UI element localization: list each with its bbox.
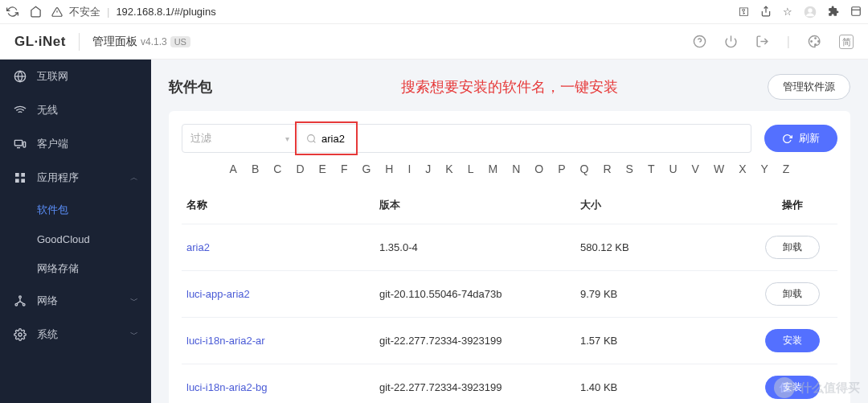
sidebar-item-apps[interactable]: 应用程序︿ — [0, 161, 151, 195]
alpha-letter[interactable]: W — [714, 162, 724, 175]
sidebar-item-label: 系统 — [37, 327, 130, 342]
panel-title: 管理面板 — [92, 35, 137, 49]
insecure-label[interactable]: 不安全 — [69, 5, 100, 19]
col-action: 操作 — [752, 198, 833, 212]
chevron-up-icon: ︿ — [130, 172, 138, 183]
install-button[interactable]: 安装 — [765, 329, 820, 352]
alpha-letter[interactable]: F — [341, 162, 348, 175]
power-icon[interactable] — [724, 35, 738, 48]
alpha-letter[interactable]: G — [362, 162, 371, 175]
theme-icon[interactable] — [808, 35, 821, 48]
svg-rect-19 — [23, 142, 26, 147]
sidebar-item-wifi[interactable]: 无线 — [0, 93, 151, 127]
alpha-letter[interactable]: M — [489, 162, 498, 175]
content-header: 软件包 搜索想要安装的软件名，一键安装 管理软件源 — [169, 74, 850, 100]
region-badge: US — [170, 36, 190, 47]
package-size: 1.40 KB — [580, 381, 741, 393]
chevron-down-icon: ﹀ — [130, 295, 138, 306]
alpha-letter[interactable]: Z — [783, 162, 790, 175]
alpha-letter[interactable]: D — [296, 162, 304, 175]
table-row: luci-i18n-aria2-ar git-22.277.72334-3923… — [182, 318, 837, 364]
alpha-letter[interactable]: P — [558, 162, 565, 175]
bookmarks-bar-icon[interactable] — [850, 6, 862, 19]
url-sep: | — [107, 6, 109, 18]
refresh-button[interactable]: 刷新 — [764, 125, 837, 152]
insecure-icon[interactable] — [51, 6, 63, 18]
alpha-letter[interactable]: V — [692, 162, 699, 175]
reload-icon[interactable] — [6, 6, 18, 18]
alpha-letter[interactable]: N — [512, 162, 520, 175]
profile-icon[interactable] — [804, 6, 817, 19]
sidebar-subitem[interactable]: 软件包 — [0, 195, 151, 225]
watermark-badge: 值 — [774, 377, 795, 398]
package-link[interactable]: aria2 — [186, 241, 210, 253]
package-table: 名称 版本 大小 操作 aria2 1.35.0-4 580.12 KB 卸载 … — [182, 187, 837, 403]
sidebar-subitem[interactable]: 网络存储 — [0, 253, 151, 284]
package-version: git-22.277.72334-3923199 — [379, 381, 580, 393]
alpha-letter[interactable]: O — [534, 162, 543, 175]
svg-rect-23 — [15, 179, 19, 183]
svg-point-27 — [23, 303, 25, 306]
extensions-icon[interactable] — [828, 6, 839, 19]
sidebar-item-network[interactable]: 网络﹀ — [0, 284, 151, 318]
svg-rect-24 — [21, 179, 25, 183]
watermark: 值 什么值得买 — [774, 377, 860, 398]
key-icon[interactable]: ⚿ — [739, 6, 749, 19]
package-size: 580.12 KB — [580, 241, 741, 253]
svg-rect-21 — [15, 173, 19, 177]
network-icon — [13, 294, 27, 307]
alpha-letter[interactable]: I — [407, 162, 411, 175]
svg-rect-22 — [21, 173, 25, 177]
alpha-letter[interactable]: A — [230, 162, 237, 175]
home-icon[interactable] — [30, 6, 42, 18]
alpha-letter[interactable]: Q — [580, 162, 589, 175]
star-icon[interactable]: ☆ — [783, 6, 792, 19]
package-link[interactable]: luci-i18n-aria2-ar — [186, 335, 265, 347]
filter-dropdown[interactable]: 过滤 ▾ — [182, 124, 298, 153]
browser-toolbar: 不安全 | 192.168.8.1/#/plugins ⚿ ☆ — [0, 0, 868, 24]
sidebar-item-label: 无线 — [37, 103, 138, 117]
url-text[interactable]: 192.168.8.1/#/plugins — [116, 6, 215, 18]
alpha-letter[interactable]: U — [669, 162, 677, 175]
sidebar-item-devices[interactable]: 客户端 — [0, 127, 151, 161]
alpha-letter[interactable]: K — [445, 162, 452, 175]
separator — [79, 33, 80, 51]
package-version: 1.35.0-4 — [379, 241, 580, 253]
col-size: 大小 — [580, 198, 741, 212]
alpha-letter[interactable]: J — [425, 162, 431, 175]
svg-point-26 — [15, 303, 18, 306]
manage-sources-button[interactable]: 管理软件源 — [768, 74, 850, 100]
alpha-letter[interactable]: H — [385, 162, 393, 175]
sidebar-item-globe[interactable]: 互联网 — [0, 60, 151, 93]
sidebar-item-gear[interactable]: 系统﹀ — [0, 318, 151, 352]
alpha-letter[interactable]: T — [648, 162, 655, 175]
packages-card: 过滤 ▾ 刷新 ABCDEFGHIJKLMNOPQRSTUVWXYZ — [169, 111, 850, 403]
alpha-letter[interactable]: S — [626, 162, 633, 175]
uninstall-button[interactable]: 卸载 — [765, 282, 820, 306]
refresh-icon — [782, 134, 792, 144]
panel-version: v4.1.3 — [141, 36, 167, 47]
refresh-label: 刷新 — [799, 131, 820, 146]
alpha-letter[interactable]: C — [273, 162, 281, 175]
lang-icon[interactable]: 简 — [839, 34, 854, 50]
alpha-letter[interactable]: B — [252, 162, 259, 175]
alpha-letter[interactable]: R — [603, 162, 611, 175]
col-version: 版本 — [379, 198, 580, 212]
uninstall-button[interactable]: 卸载 — [765, 236, 820, 259]
package-link[interactable]: luci-i18n-aria2-bg — [186, 381, 267, 393]
sidebar-subitem[interactable]: GoodCloud — [0, 225, 151, 253]
wifi-icon — [13, 104, 27, 117]
alpha-letter[interactable]: L — [468, 162, 474, 175]
alpha-letter[interactable]: X — [739, 162, 746, 175]
share-icon[interactable] — [760, 6, 772, 19]
help-icon[interactable] — [693, 35, 706, 48]
sidebar-item-label: 客户端 — [37, 137, 138, 151]
logout-icon[interactable] — [755, 35, 769, 48]
search-row: 过滤 ▾ 刷新 — [182, 124, 837, 153]
alpha-letter[interactable]: Y — [760, 162, 768, 175]
package-link[interactable]: luci-app-aria2 — [186, 288, 250, 300]
svg-rect-18 — [14, 140, 22, 146]
logo[interactable]: GL·iNet — [14, 34, 66, 50]
search-input[interactable] — [321, 133, 743, 145]
alpha-letter[interactable]: E — [319, 162, 326, 175]
